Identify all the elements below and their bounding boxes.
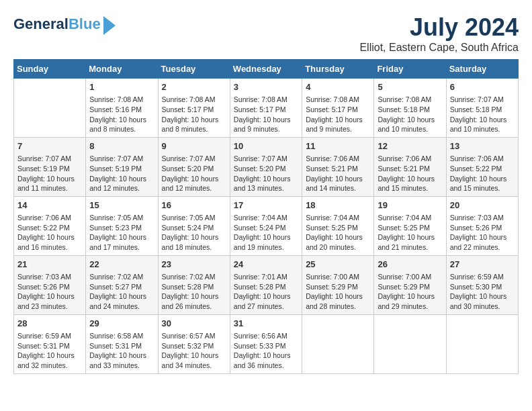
logo-arrow-icon xyxy=(103,16,116,35)
day-number: 23 xyxy=(162,259,226,271)
day-info: Sunrise: 7:06 AM Sunset: 5:22 PM Dayligh… xyxy=(17,213,82,253)
calendar-cell xyxy=(374,314,446,373)
calendar-cell: 20Sunrise: 7:03 AM Sunset: 5:26 PM Dayli… xyxy=(446,196,518,255)
day-number: 20 xyxy=(450,199,515,212)
calendar-cell: 30Sunrise: 6:57 AM Sunset: 5:32 PM Dayli… xyxy=(158,314,230,373)
day-info: Sunrise: 7:07 AM Sunset: 5:20 PM Dayligh… xyxy=(234,154,298,193)
day-info: Sunrise: 7:03 AM Sunset: 5:26 PM Dayligh… xyxy=(450,213,515,253)
day-info: Sunrise: 7:08 AM Sunset: 5:17 PM Dayligh… xyxy=(162,95,226,134)
calendar-cell: 8Sunrise: 7:07 AM Sunset: 5:19 PM Daylig… xyxy=(86,137,158,196)
day-info: Sunrise: 7:04 AM Sunset: 5:25 PM Dayligh… xyxy=(378,213,442,253)
day-number: 10 xyxy=(234,140,298,152)
day-number: 31 xyxy=(234,318,298,330)
day-info: Sunrise: 7:08 AM Sunset: 5:18 PM Dayligh… xyxy=(378,95,442,134)
day-info: Sunrise: 7:07 AM Sunset: 5:18 PM Dayligh… xyxy=(450,95,515,134)
day-number: 26 xyxy=(378,259,442,271)
day-info: Sunrise: 7:05 AM Sunset: 5:24 PM Dayligh… xyxy=(162,213,226,253)
weekday-header-tuesday: Tuesday xyxy=(158,60,230,79)
calendar-cell: 19Sunrise: 7:04 AM Sunset: 5:25 PM Dayli… xyxy=(374,196,446,255)
calendar-cell: 21Sunrise: 7:03 AM Sunset: 5:26 PM Dayli… xyxy=(14,255,86,314)
day-number: 4 xyxy=(306,81,370,93)
calendar-cell: 26Sunrise: 7:00 AM Sunset: 5:29 PM Dayli… xyxy=(374,255,446,314)
day-number: 15 xyxy=(89,199,154,212)
day-number: 5 xyxy=(378,81,442,93)
calendar-cell: 4Sunrise: 7:08 AM Sunset: 5:17 PM Daylig… xyxy=(302,79,374,138)
day-info: Sunrise: 7:03 AM Sunset: 5:26 PM Dayligh… xyxy=(17,272,82,312)
calendar-cell xyxy=(446,314,518,373)
location-subtitle: Elliot, Eastern Cape, South Africa xyxy=(359,42,519,54)
calendar-cell: 14Sunrise: 7:06 AM Sunset: 5:22 PM Dayli… xyxy=(14,196,86,255)
day-number: 27 xyxy=(450,259,515,271)
day-number: 28 xyxy=(17,318,82,330)
day-info: Sunrise: 7:04 AM Sunset: 5:25 PM Dayligh… xyxy=(306,213,370,253)
calendar-cell: 27Sunrise: 6:59 AM Sunset: 5:30 PM Dayli… xyxy=(446,255,518,314)
calendar-cell: 31Sunrise: 6:56 AM Sunset: 5:33 PM Dayli… xyxy=(230,314,302,373)
day-info: Sunrise: 6:56 AM Sunset: 5:33 PM Dayligh… xyxy=(234,331,298,371)
day-number: 19 xyxy=(378,199,442,212)
calendar-cell: 22Sunrise: 7:02 AM Sunset: 5:27 PM Dayli… xyxy=(86,255,158,314)
day-info: Sunrise: 7:08 AM Sunset: 5:17 PM Dayligh… xyxy=(234,95,298,134)
month-year-title: July 2024 xyxy=(359,13,519,42)
day-number: 18 xyxy=(306,199,370,212)
day-number: 30 xyxy=(162,318,226,330)
calendar-cell xyxy=(14,79,86,138)
calendar-cell: 5Sunrise: 7:08 AM Sunset: 5:18 PM Daylig… xyxy=(374,79,446,138)
calendar-cell: 16Sunrise: 7:05 AM Sunset: 5:24 PM Dayli… xyxy=(158,196,230,255)
calendar-table: SundayMondayTuesdayWednesdayThursdayFrid… xyxy=(13,59,519,374)
day-number: 2 xyxy=(162,81,226,93)
calendar-cell: 11Sunrise: 7:06 AM Sunset: 5:21 PM Dayli… xyxy=(302,137,374,196)
calendar-cell: 10Sunrise: 7:07 AM Sunset: 5:20 PM Dayli… xyxy=(230,137,302,196)
day-number: 6 xyxy=(450,81,515,93)
calendar-cell: 3Sunrise: 7:08 AM Sunset: 5:17 PM Daylig… xyxy=(230,79,302,138)
day-number: 3 xyxy=(234,81,298,93)
calendar-cell: 6Sunrise: 7:07 AM Sunset: 5:18 PM Daylig… xyxy=(446,79,518,138)
calendar-cell: 7Sunrise: 7:07 AM Sunset: 5:19 PM Daylig… xyxy=(14,137,86,196)
calendar-cell xyxy=(302,314,374,373)
calendar-cell: 24Sunrise: 7:01 AM Sunset: 5:28 PM Dayli… xyxy=(230,255,302,314)
day-number: 29 xyxy=(89,318,154,330)
calendar-week-row: 1Sunrise: 7:08 AM Sunset: 5:16 PM Daylig… xyxy=(14,79,519,138)
calendar-cell: 13Sunrise: 7:06 AM Sunset: 5:22 PM Dayli… xyxy=(446,137,518,196)
day-info: Sunrise: 7:00 AM Sunset: 5:29 PM Dayligh… xyxy=(378,272,442,312)
calendar-cell: 1Sunrise: 7:08 AM Sunset: 5:16 PM Daylig… xyxy=(86,79,158,138)
calendar-cell: 28Sunrise: 6:59 AM Sunset: 5:31 PM Dayli… xyxy=(14,314,86,373)
day-number: 13 xyxy=(450,140,515,152)
day-number: 21 xyxy=(17,259,82,271)
calendar-cell: 25Sunrise: 7:00 AM Sunset: 5:29 PM Dayli… xyxy=(302,255,374,314)
day-info: Sunrise: 7:08 AM Sunset: 5:17 PM Dayligh… xyxy=(306,95,370,134)
calendar-cell: 23Sunrise: 7:02 AM Sunset: 5:28 PM Dayli… xyxy=(158,255,230,314)
day-info: Sunrise: 7:02 AM Sunset: 5:27 PM Dayligh… xyxy=(89,272,154,312)
day-info: Sunrise: 7:01 AM Sunset: 5:28 PM Dayligh… xyxy=(234,272,298,312)
day-number: 11 xyxy=(306,140,370,152)
day-info: Sunrise: 6:57 AM Sunset: 5:32 PM Dayligh… xyxy=(162,331,226,371)
day-number: 12 xyxy=(378,140,442,152)
day-info: Sunrise: 7:06 AM Sunset: 5:21 PM Dayligh… xyxy=(306,154,370,193)
day-info: Sunrise: 6:59 AM Sunset: 5:30 PM Dayligh… xyxy=(450,272,515,312)
day-number: 25 xyxy=(306,259,370,271)
calendar-week-row: 7Sunrise: 7:07 AM Sunset: 5:19 PM Daylig… xyxy=(14,137,519,196)
logo-text: GeneralBlue xyxy=(13,16,101,32)
day-info: Sunrise: 7:02 AM Sunset: 5:28 PM Dayligh… xyxy=(162,272,226,312)
day-number: 7 xyxy=(17,140,82,152)
weekday-header-monday: Monday xyxy=(86,60,158,79)
calendar-cell: 29Sunrise: 6:58 AM Sunset: 5:31 PM Dayli… xyxy=(86,314,158,373)
day-number: 14 xyxy=(17,199,82,212)
day-info: Sunrise: 7:05 AM Sunset: 5:23 PM Dayligh… xyxy=(89,213,154,253)
day-number: 24 xyxy=(234,259,298,271)
weekday-header-thursday: Thursday xyxy=(302,60,374,79)
logo: GeneralBlue xyxy=(13,13,116,35)
day-info: Sunrise: 7:08 AM Sunset: 5:16 PM Dayligh… xyxy=(89,95,154,134)
calendar-cell: 17Sunrise: 7:04 AM Sunset: 5:24 PM Dayli… xyxy=(230,196,302,255)
day-info: Sunrise: 7:04 AM Sunset: 5:24 PM Dayligh… xyxy=(234,213,298,253)
day-info: Sunrise: 6:58 AM Sunset: 5:31 PM Dayligh… xyxy=(89,331,154,371)
day-info: Sunrise: 7:00 AM Sunset: 5:29 PM Dayligh… xyxy=(306,272,370,312)
day-number: 22 xyxy=(89,259,154,271)
calendar-week-row: 28Sunrise: 6:59 AM Sunset: 5:31 PM Dayli… xyxy=(14,314,519,373)
day-info: Sunrise: 6:59 AM Sunset: 5:31 PM Dayligh… xyxy=(17,331,82,371)
day-info: Sunrise: 7:06 AM Sunset: 5:21 PM Dayligh… xyxy=(378,154,442,193)
weekday-header-saturday: Saturday xyxy=(446,60,518,79)
day-info: Sunrise: 7:07 AM Sunset: 5:19 PM Dayligh… xyxy=(17,154,82,193)
page-header: GeneralBlue July 2024 Elliot, Eastern Ca… xyxy=(13,13,519,54)
weekday-header-sunday: Sunday xyxy=(14,60,86,79)
title-area: July 2024 Elliot, Eastern Cape, South Af… xyxy=(359,13,519,54)
